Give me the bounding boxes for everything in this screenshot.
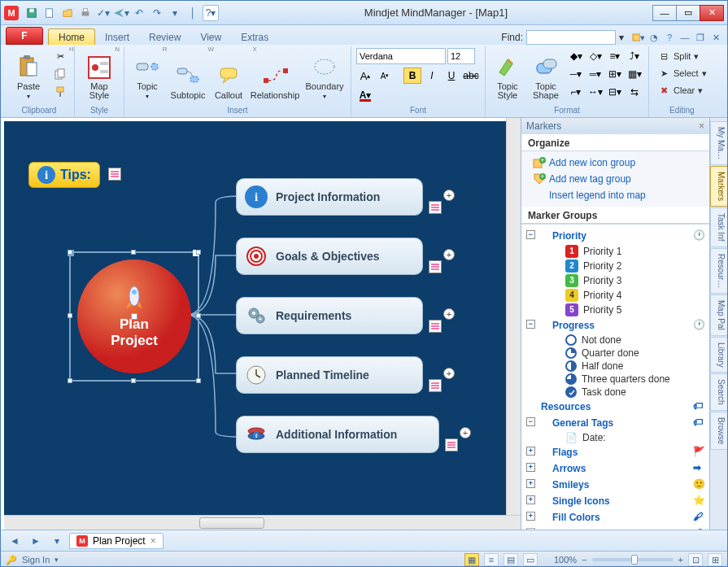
open-icon[interactable]: [59, 5, 76, 21]
group-flags[interactable]: +Flags🚩: [525, 444, 706, 460]
progress-50[interactable]: Half done: [525, 360, 706, 373]
italic-button[interactable]: I: [423, 68, 441, 84]
boundary-button[interactable]: Boundary▾: [303, 48, 346, 102]
sidetab-mapparts[interactable]: Map Pal: [710, 294, 727, 336]
shrink-font-icon[interactable]: A▾: [376, 68, 394, 84]
map-style-button[interactable]: Map Style: [80, 48, 119, 102]
copy-icon[interactable]: [51, 66, 69, 82]
relationship-button[interactable]: Relationship: [250, 48, 300, 102]
format-painter-icon[interactable]: [51, 84, 69, 100]
tab-insert[interactable]: InsertN: [95, 29, 139, 45]
group-single[interactable]: +Single Icons⭐: [525, 493, 706, 509]
sidetab-markers[interactable]: Markers: [710, 166, 727, 207]
add-tag-group-link[interactable]: +Add new tag group: [528, 171, 703, 187]
expand-icon[interactable]: +: [526, 463, 535, 472]
priority-4[interactable]: 4Priority 4: [525, 288, 706, 303]
zoom-slider[interactable]: [592, 558, 674, 561]
handle-se[interactable]: [196, 378, 201, 383]
redo-icon[interactable]: ↷: [149, 5, 165, 21]
group-smileys[interactable]: +Smileys🙂: [525, 477, 706, 493]
print-icon[interactable]: [77, 5, 94, 21]
pin-icon[interactable]: │: [185, 5, 201, 21]
topic-goals[interactable]: Goals & Objectives: [236, 238, 423, 275]
split-button[interactable]: ⊟Split ▾: [654, 48, 710, 64]
sidetab-task[interactable]: Task Inf: [710, 207, 727, 246]
group-general[interactable]: −General Tags🏷: [525, 415, 706, 431]
group-fontcolor[interactable]: +Font Colors🖊: [525, 526, 706, 530]
clear-button[interactable]: ✖Clear ▾: [654, 82, 710, 98]
callout-button[interactable]: Callout: [211, 48, 246, 102]
tab-view[interactable]: ViewW: [190, 29, 231, 45]
note-icon[interactable]: [429, 320, 442, 333]
horizontal-scrollbar[interactable]: [4, 515, 521, 530]
save-icon[interactable]: [24, 5, 40, 21]
expand-button[interactable]: +: [443, 249, 455, 260]
topic-button[interactable]: Topic▾: [129, 48, 165, 102]
help-icon[interactable]: ?▾: [203, 5, 219, 21]
collapse-icon[interactable]: −: [526, 417, 535, 426]
new-icon[interactable]: [41, 5, 58, 21]
expand-icon[interactable]: +: [526, 512, 535, 521]
expand-button[interactable]: +: [443, 368, 455, 379]
nav-back-button[interactable]: ◄: [6, 533, 24, 549]
vertical-scrollbar[interactable]: [506, 118, 521, 515]
size-icon[interactable]: ↔▾: [586, 84, 604, 100]
sidetab-browse[interactable]: Browse: [710, 412, 727, 450]
view-slide-button[interactable]: ▭: [523, 553, 538, 566]
priority-5[interactable]: 5Priority 5: [525, 303, 706, 317]
topic-style-button[interactable]: Topic Style: [490, 48, 525, 102]
underline-button[interactable]: U: [442, 68, 460, 84]
connector-icon[interactable]: ⌐▾: [567, 84, 585, 100]
expand-icon[interactable]: +: [526, 528, 535, 530]
progress-100[interactable]: Task done: [525, 386, 706, 399]
paste-button[interactable]: Paste ▾: [9, 48, 48, 102]
topic-shape-button[interactable]: Topic Shape: [528, 48, 564, 102]
add-icon-group-link[interactable]: +Add new icon group: [528, 155, 703, 171]
sidetab-resources[interactable]: Resour…: [710, 248, 727, 294]
sidetab-library[interactable]: Library: [710, 337, 727, 373]
expand-icon[interactable]: +: [526, 495, 535, 504]
zoom-thumb[interactable]: [631, 555, 638, 565]
group-resources[interactable]: Resources🏷: [525, 399, 706, 415]
subtopic-layout-icon[interactable]: ⊟▾: [606, 84, 624, 100]
growth-icon[interactable]: ⤴▾: [626, 48, 643, 64]
scroll-thumb[interactable]: [199, 517, 264, 529]
note-icon[interactable]: [429, 201, 442, 214]
fit-page-button[interactable]: ⊞: [708, 553, 722, 566]
note-icon[interactable]: [445, 438, 458, 451]
general-date[interactable]: 📄Date:: [525, 431, 706, 444]
sidetab-search[interactable]: Search: [710, 373, 727, 411]
handle-nw[interactable]: [68, 250, 72, 255]
group-fill[interactable]: +Fill Colors🖌: [525, 509, 706, 526]
handle-e[interactable]: [196, 313, 201, 318]
line-color-icon[interactable]: ◇▾: [586, 48, 604, 64]
note-icon[interactable]: [429, 379, 442, 392]
priority-3[interactable]: 3Priority 3: [525, 273, 706, 288]
view-gantt-button[interactable]: ▤: [503, 553, 518, 566]
insert-legend-link[interactable]: Insert legend into map: [528, 187, 703, 203]
zoom-in-button[interactable]: +: [678, 555, 683, 565]
topic-additional[interactable]: i Additional Information: [236, 416, 439, 453]
tab-extras[interactable]: ExtrasX: [231, 29, 278, 45]
fit-button[interactable]: ⊡: [688, 553, 703, 566]
expand-icon[interactable]: +: [526, 479, 535, 488]
progress-0[interactable]: Not done: [525, 334, 706, 347]
doc-close-icon[interactable]: ✕: [709, 31, 722, 44]
group-progress[interactable]: −Progress🕐: [525, 317, 706, 334]
expand-button[interactable]: +: [443, 308, 455, 320]
tab-home[interactable]: HomeH: [48, 28, 95, 45]
grow-font-icon[interactable]: A▴: [356, 68, 374, 84]
help2-icon[interactable]: ?: [663, 31, 676, 44]
topic-requirements[interactable]: Requirements: [236, 297, 423, 334]
font-color-button[interactable]: A▾: [356, 87, 374, 103]
line-weight-icon[interactable]: ═▾: [586, 66, 604, 82]
view-outline-button[interactable]: ≡: [484, 553, 499, 566]
fill-color-icon[interactable]: ◆▾: [567, 48, 585, 64]
mindmap-canvas[interactable]: i Tips: Plan Project: [4, 121, 506, 515]
note-icon[interactable]: [108, 168, 121, 181]
signin-link[interactable]: Sign In: [22, 555, 50, 565]
font-size-select[interactable]: [447, 48, 475, 64]
collapse-icon[interactable]: −: [526, 230, 535, 239]
tips-node[interactable]: i Tips:: [28, 162, 100, 188]
qat-more-icon[interactable]: ▾: [167, 5, 183, 21]
